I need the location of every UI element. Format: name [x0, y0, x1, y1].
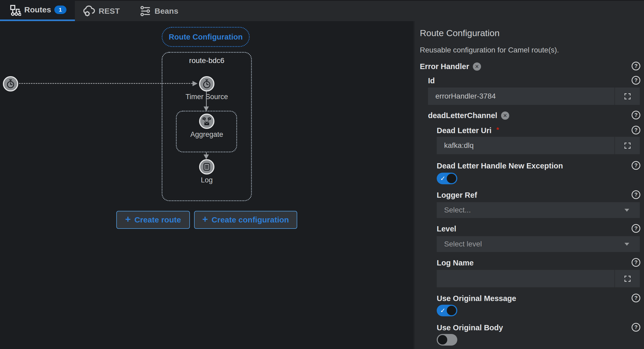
required-asterisk: *	[496, 126, 499, 134]
routes-icon	[9, 4, 21, 16]
log-name-field	[437, 270, 640, 287]
logger-ref-label: Logger Ref	[437, 190, 477, 200]
help-icon[interactable]: ?	[632, 323, 640, 332]
remove-error-handler-icon[interactable]: ✕	[473, 62, 481, 71]
create-configuration-label: Create configuration	[212, 215, 289, 224]
plus-icon: +	[125, 215, 131, 224]
edge-timer-aggregate	[206, 91, 207, 106]
expand-icon	[624, 275, 631, 282]
level-text: Level	[437, 225, 456, 233]
dead-letter-channel-text: deadLetterChannel	[428, 111, 497, 120]
tab-beans-label: Beans	[155, 7, 178, 16]
tab-rest-label: REST	[99, 7, 120, 16]
level-placeholder: Select level	[444, 240, 482, 248]
plus-icon: +	[202, 215, 208, 224]
logger-ref-text: Logger Ref	[437, 191, 477, 200]
chevron-down-icon	[624, 209, 629, 212]
create-route-button[interactable]: + Create route	[116, 211, 190, 229]
help-icon[interactable]: ?	[632, 224, 640, 233]
aggregate-label: Aggregate	[175, 130, 238, 139]
tab-routes[interactable]: Routes 1	[0, 0, 75, 21]
use-original-body-text: Use Original Body	[437, 323, 503, 332]
expand-field-button[interactable]	[614, 270, 640, 287]
dashed-edge	[19, 83, 193, 84]
expand-field-button[interactable]	[614, 137, 640, 154]
remove-dead-letter-channel-icon[interactable]: ✕	[501, 112, 509, 120]
dead-letter-uri-text: Dead Letter Uri	[437, 126, 492, 135]
expand-icon	[624, 142, 631, 149]
use-original-body-label: Use Original Body	[437, 323, 503, 332]
logger-ref-placeholder: Select...	[444, 206, 471, 214]
routes-count-badge: 1	[54, 6, 66, 14]
rest-cloud-icon	[83, 5, 95, 17]
check-icon: ✓	[440, 175, 445, 182]
beans-icon	[140, 5, 151, 17]
dead-letter-uri-field	[437, 137, 640, 154]
check-icon: ✓	[440, 307, 445, 314]
dead-letter-uri-label: Dead Letter Uri *	[437, 126, 499, 135]
level-label: Level	[437, 224, 456, 234]
toggle-knob	[438, 335, 447, 345]
stopwatch-icon	[6, 79, 15, 89]
use-original-message-label: Use Original Message	[437, 294, 516, 303]
flow-canvas[interactable]: Route Configuration route-bdc6 Timer Sou…	[0, 21, 413, 349]
help-icon[interactable]: ?	[632, 190, 640, 199]
id-field	[428, 88, 640, 105]
log-node[interactable]	[199, 159, 214, 174]
properties-panel: Route Configuration Reusable configurati…	[413, 21, 644, 349]
help-icon[interactable]: ?	[632, 126, 640, 134]
tab-routes-label: Routes	[24, 5, 51, 14]
panel-subtitle: Reusable configuration for Camel route(s…	[420, 46, 559, 54]
logger-ref-select[interactable]: Select...	[437, 202, 640, 218]
help-icon[interactable]: ?	[632, 111, 640, 119]
edge-arrowhead	[204, 154, 209, 159]
timer-source-node[interactable]	[199, 76, 214, 91]
dashed-edge-arrowhead	[193, 81, 198, 86]
route-configuration-pill[interactable]: Route Configuration	[162, 27, 250, 47]
log-label: Log	[175, 176, 238, 184]
edge-arrowhead	[204, 106, 209, 111]
expand-field-button[interactable]	[614, 88, 640, 105]
use-original-message-text: Use Original Message	[437, 294, 516, 303]
handle-new-exception-text: Dead Letter Handle New Exception	[437, 162, 563, 170]
use-original-message-toggle[interactable]: ✓	[437, 305, 457, 316]
log-name-text: Log Name	[437, 259, 474, 267]
aggregate-icon	[202, 117, 212, 126]
help-icon[interactable]: ?	[632, 161, 640, 170]
tab-bar: Routes 1 REST Beans	[0, 0, 644, 21]
handle-new-exception-label: Dead Letter Handle New Exception	[437, 161, 563, 171]
timer-source-label: Timer Source	[175, 93, 238, 101]
level-select[interactable]: Select level	[437, 236, 640, 252]
toggle-knob	[447, 174, 456, 183]
expand-icon	[624, 93, 631, 100]
create-route-label: Create route	[134, 215, 181, 224]
panel-title: Route Configuration	[420, 28, 499, 38]
help-icon[interactable]: ?	[632, 294, 640, 302]
id-input[interactable]	[428, 88, 614, 105]
log-name-label: Log Name	[437, 258, 474, 268]
chevron-down-icon	[624, 243, 629, 246]
dead-letter-uri-input[interactable]	[437, 137, 614, 154]
help-icon[interactable]: ?	[632, 62, 640, 70]
tab-rest[interactable]: REST	[75, 1, 132, 21]
help-icon[interactable]: ?	[632, 258, 640, 267]
create-configuration-button[interactable]: + Create configuration	[194, 211, 297, 229]
help-icon[interactable]: ?	[632, 76, 640, 85]
error-handler-section-label: Error Handler ✕	[420, 62, 481, 71]
log-name-input[interactable]	[437, 270, 614, 287]
timer-ghost-node[interactable]	[3, 76, 18, 91]
id-field-label: Id	[428, 76, 435, 85]
tab-beans[interactable]: Beans	[132, 1, 190, 21]
handle-new-exception-toggle[interactable]: ✓	[437, 173, 457, 184]
route-group-label: route-bdc6	[162, 56, 251, 65]
dead-letter-channel-section-label: deadLetterChannel ✕	[428, 111, 509, 120]
aggregate-node[interactable]	[199, 114, 214, 129]
use-original-body-toggle[interactable]	[437, 334, 457, 346]
toggle-knob	[447, 306, 456, 315]
log-icon	[202, 162, 212, 172]
id-label-text: Id	[428, 76, 435, 85]
error-handler-text: Error Handler	[420, 62, 469, 71]
stopwatch-icon	[202, 79, 212, 89]
